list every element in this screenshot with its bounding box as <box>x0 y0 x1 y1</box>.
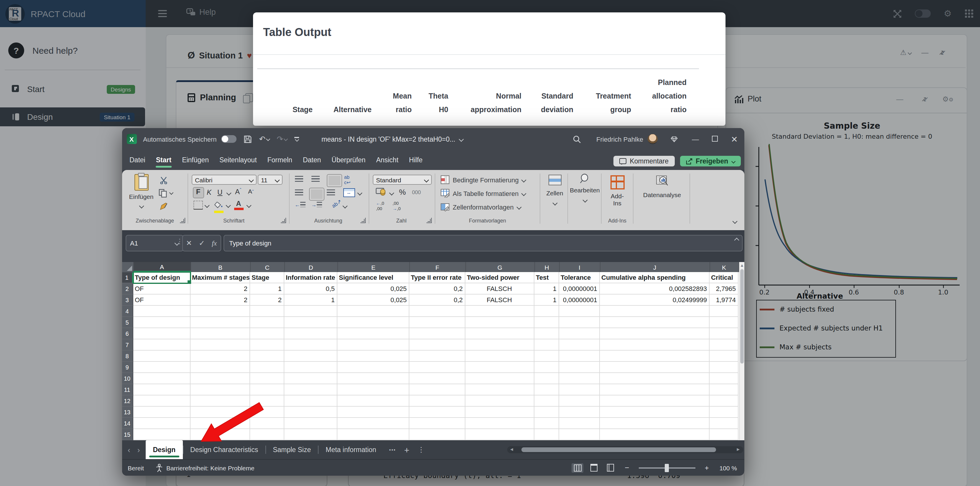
cell-C13[interactable] <box>250 406 284 418</box>
cell-I9[interactable] <box>559 362 600 373</box>
cell-G12[interactable] <box>465 395 534 406</box>
row-header-13[interactable]: 13 <box>122 406 133 418</box>
merge-chevron-icon[interactable] <box>357 191 362 196</box>
cell-D6[interactable] <box>284 328 337 339</box>
cell-D8[interactable] <box>284 351 337 362</box>
scroll-right-icon[interactable]: ► <box>736 447 741 452</box>
zoom-level[interactable]: 100 % <box>719 464 737 472</box>
cell-E8[interactable] <box>337 351 409 362</box>
cell-G11[interactable] <box>465 384 534 395</box>
cell-D14[interactable] <box>284 418 337 429</box>
excel-title-bar[interactable]: X Automatisches Speichern ↶ ↷ means - IN… <box>122 128 744 150</box>
cell-H14[interactable] <box>534 418 559 429</box>
ribbon-tab-überprüfen[interactable]: Überprüfen <box>326 150 371 170</box>
increase-font-button[interactable]: Aˆ <box>235 188 241 196</box>
cell-D7[interactable] <box>284 339 337 351</box>
data-analysis-button[interactable]: Datenanalyse <box>636 175 688 198</box>
cell-I2[interactable]: 0,00000001 <box>559 283 600 295</box>
cell-C15[interactable] <box>250 429 284 440</box>
cell-K4[interactable] <box>709 306 738 317</box>
cell-G7[interactable] <box>465 339 534 351</box>
align-left-button[interactable] <box>294 190 303 196</box>
cell-styles-button[interactable]: Zellenformatvorlagen <box>440 202 521 211</box>
cell-B3[interactable]: 2 <box>190 295 250 306</box>
align-top-button[interactable] <box>294 176 303 182</box>
user-name[interactable]: Friedrich Pahlke <box>596 135 643 142</box>
increase-decimal-button[interactable]: ←,0,00 <box>376 201 384 211</box>
next-sheet-icon[interactable]: › <box>137 445 140 454</box>
cell-B9[interactable] <box>190 362 250 373</box>
cell-F14[interactable] <box>409 418 465 429</box>
cell-A7[interactable] <box>133 339 190 351</box>
wrap-text-button[interactable]: abc↩ <box>344 175 350 185</box>
cell-H15[interactable] <box>534 429 559 440</box>
cell-J2[interactable]: 0,002582893 <box>600 283 709 295</box>
undo-button[interactable]: ↶ <box>259 135 270 143</box>
column-header-F[interactable]: F <box>410 262 466 272</box>
document-title-chevron-icon[interactable] <box>458 137 464 142</box>
cell-D15[interactable] <box>284 429 337 440</box>
cell-F2[interactable]: 0,2 <box>409 283 465 295</box>
cell-H12[interactable] <box>534 395 559 406</box>
page-layout-view-icon[interactable] <box>588 463 600 473</box>
zoom-in-icon[interactable]: + <box>705 464 709 472</box>
cell-F15[interactable] <box>409 429 465 440</box>
ribbon-tab-datei[interactable]: Datei <box>124 150 151 170</box>
cell-K3[interactable]: 1,9774 <box>709 295 738 306</box>
cell-B4[interactable] <box>190 306 250 317</box>
cell-I14[interactable] <box>559 418 600 429</box>
row-header-10[interactable]: 10 <box>122 373 133 384</box>
cell-C10[interactable] <box>250 373 284 384</box>
cell-A8[interactable] <box>133 351 190 362</box>
cell-K11[interactable] <box>709 384 738 395</box>
cell-K8[interactable] <box>709 351 738 362</box>
cell-H7[interactable] <box>534 339 559 351</box>
cell-J4[interactable] <box>600 306 709 317</box>
cell-F4[interactable] <box>409 306 465 317</box>
cell-C6[interactable] <box>250 328 284 339</box>
cell-K7[interactable] <box>709 339 738 351</box>
cell-E7[interactable] <box>337 339 409 351</box>
cell-G14[interactable] <box>465 418 534 429</box>
cell-E9[interactable] <box>337 362 409 373</box>
row-header-15[interactable]: 15 <box>122 429 133 440</box>
cell-B13[interactable] <box>190 406 250 418</box>
align-center-button[interactable] <box>309 188 324 201</box>
cell-C5[interactable] <box>250 317 284 328</box>
cell-A14[interactable] <box>133 418 190 429</box>
row-header-12[interactable]: 12 <box>122 395 133 406</box>
add-sheet-button[interactable]: + <box>404 445 409 455</box>
cell-C1[interactable]: Stage <box>250 272 284 283</box>
cell-J3[interactable]: 0,02499999 <box>600 295 709 306</box>
row-header-14[interactable]: 14 <box>122 418 133 429</box>
horizontal-scrollbar[interactable]: ◄ ► <box>507 446 743 453</box>
cell-J10[interactable] <box>600 373 709 384</box>
cell-B5[interactable] <box>190 317 250 328</box>
column-header-A[interactable]: A <box>134 262 191 272</box>
column-header-I[interactable]: I <box>560 262 600 272</box>
cell-C7[interactable] <box>250 339 284 351</box>
cells-button[interactable]: Zellen <box>542 175 568 207</box>
cell-I5[interactable] <box>559 317 600 328</box>
cell-G6[interactable] <box>465 328 534 339</box>
row-header-3[interactable]: 3 <box>122 295 133 306</box>
format-as-table-button[interactable]: Als Tabelle formatieren <box>440 189 525 198</box>
conditional-formatting-button[interactable]: Bedingte Formatierung <box>440 175 526 184</box>
select-all-corner[interactable] <box>122 262 134 272</box>
minimize-window-button[interactable]: — <box>686 135 705 143</box>
cell-G5[interactable] <box>465 317 534 328</box>
cell-E6[interactable] <box>337 328 409 339</box>
ribbon-tab-start[interactable]: Start <box>151 150 177 170</box>
merge-center-button[interactable]: ↔ <box>343 188 355 197</box>
row-header-11[interactable]: 11 <box>122 384 133 395</box>
cell-I4[interactable] <box>559 306 600 317</box>
cell-J15[interactable] <box>600 429 709 440</box>
cell-K6[interactable] <box>709 328 738 339</box>
column-header-B[interactable]: B <box>191 262 250 272</box>
cell-G1[interactable]: Two-sided power <box>465 272 534 283</box>
cell-H10[interactable] <box>534 373 559 384</box>
cell-K15[interactable] <box>709 429 738 440</box>
cell-C14[interactable] <box>250 418 284 429</box>
font-name-select[interactable]: Calibri <box>191 175 256 185</box>
alignment-dialog-launcher-icon[interactable] <box>360 218 365 223</box>
